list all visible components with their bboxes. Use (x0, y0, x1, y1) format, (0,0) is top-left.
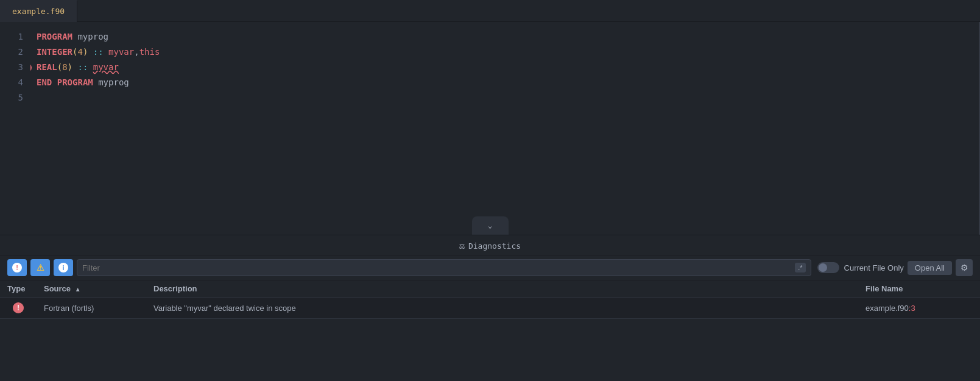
settings-gear-icon: ⚙ (961, 263, 968, 272)
error-exclamation-icon: ! (12, 263, 22, 272)
line-num-3: 3 (0, 60, 23, 75)
editor-content: 1 2 3 4 5 PROGRAM myprog INTEGER(4) :: m… (0, 22, 980, 235)
filename-line: :3 (909, 304, 915, 313)
warning-triangle-icon: ⚠ (37, 263, 44, 272)
editor-tab-example[interactable]: example.f90 (0, 0, 77, 22)
settings-button[interactable]: ⚙ (956, 259, 973, 276)
code-line-1: PROGRAM myprog (37, 29, 979, 45)
op-dc-2: :: (72, 60, 93, 75)
table-row[interactable]: ! Fortran (fortls) Variable "myvar" decl… (0, 297, 980, 319)
toggle-wrapper: Current File Only (817, 262, 904, 273)
var-myvar-3-error: myvar (93, 60, 119, 75)
editor-area: example.f90 1 2 3 4 5 PROGRAM myprog INT… (0, 0, 980, 235)
line-num-5: 5 (0, 90, 23, 105)
paren-close: ) (83, 45, 88, 60)
space-1 (52, 75, 57, 90)
toggle-label: Current File Only (844, 263, 904, 272)
line-numbers: 1 2 3 4 5 (0, 22, 30, 235)
col-header-source[interactable]: Source ▲ (37, 280, 146, 297)
op-dc: :: (88, 45, 108, 60)
sort-arrow-icon: ▲ (75, 286, 81, 293)
filter-info-button[interactable]: i (54, 259, 73, 276)
row-source-cell: Fortran (fortls) (37, 297, 146, 319)
var-myvar-2: myvar (108, 45, 134, 60)
editor-tab-bar: example.f90 (0, 0, 980, 22)
num-4: 4 (77, 45, 82, 60)
diagnostics-toolbar: ! ⚠ i .* Current File Only Open All ⚙ (0, 255, 980, 280)
diagnostics-title: Diagnostics (468, 241, 521, 251)
code-line-3: ! REAL(8) :: myvar (37, 60, 979, 75)
chevron-down-icon: ⌄ (488, 221, 492, 230)
ident-myprog-end: myprog (93, 75, 129, 90)
keyword-end: END (37, 75, 52, 90)
comma: , (134, 45, 139, 60)
current-file-toggle[interactable] (817, 262, 839, 273)
diagnostics-table-wrapper[interactable]: Type Source ▲ Description File Name ! Fo… (0, 280, 980, 381)
keyword-program-end: PROGRAM (57, 75, 93, 90)
row-description-cell: Variable "myvar" declared twice in scope (146, 297, 858, 319)
filename-text: example.f90 (865, 304, 909, 313)
ident-myprog: myprog (72, 29, 108, 45)
toggle-knob (819, 263, 827, 272)
row-error-icon: ! (13, 302, 24, 313)
filter-warning-button[interactable]: ⚠ (30, 259, 50, 276)
code-line-4: END PROGRAM myprog (37, 75, 979, 90)
filter-input-wrapper: .* (77, 259, 811, 276)
line-num-4: 4 (0, 75, 23, 90)
diagnostics-panel: ⚖️ Diagnostics ! ⚠ i .* Current File Onl… (0, 235, 980, 381)
scale-icon: ⚖️ (459, 240, 465, 251)
col-source-label: Source (44, 284, 71, 293)
open-all-button[interactable]: Open All (908, 261, 952, 275)
var-this: this (139, 45, 160, 60)
col-header-filename[interactable]: File Name (858, 280, 980, 297)
diagnostics-title-bar: ⚖️ Diagnostics (0, 235, 980, 255)
line-num-1: 1 (0, 29, 23, 45)
row-type-cell: ! (0, 297, 37, 319)
col-header-type[interactable]: Type (0, 280, 37, 297)
code-line-5 (37, 90, 979, 105)
filter-error-button[interactable]: ! (7, 259, 27, 276)
code-area[interactable]: PROGRAM myprog INTEGER(4) :: myvar,this … (30, 22, 979, 235)
info-icon: i (58, 263, 68, 272)
collapse-handle[interactable]: ⌄ (472, 216, 509, 235)
filter-input[interactable] (82, 263, 791, 272)
row-filename-cell: example.f90:3 (858, 297, 980, 319)
code-line-2: INTEGER(4) :: myvar,this (37, 45, 979, 60)
diagnostics-table: Type Source ▲ Description File Name ! Fo… (0, 280, 980, 319)
col-header-description[interactable]: Description (146, 280, 858, 297)
filename-line-num: 3 (911, 304, 915, 313)
regex-button[interactable]: .* (795, 263, 805, 272)
table-header-row: Type Source ▲ Description File Name (0, 280, 980, 297)
line-num-2: 2 (0, 45, 23, 60)
